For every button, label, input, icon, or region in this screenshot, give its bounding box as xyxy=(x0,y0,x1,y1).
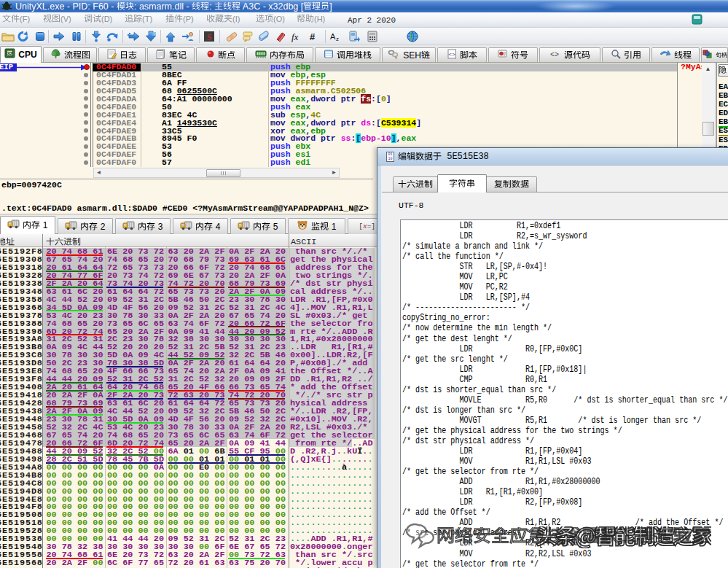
svg-text:A: A xyxy=(330,32,336,41)
svg-text:<>: <> xyxy=(448,51,455,58)
svg-text:z: z xyxy=(336,36,339,42)
svg-text:#: # xyxy=(310,31,316,42)
svg-text:S: S xyxy=(207,32,212,42)
svg-text:32: 32 xyxy=(7,51,13,56)
svg-text:<>: <> xyxy=(550,50,559,58)
svg-text:fx: fx xyxy=(291,31,299,42)
